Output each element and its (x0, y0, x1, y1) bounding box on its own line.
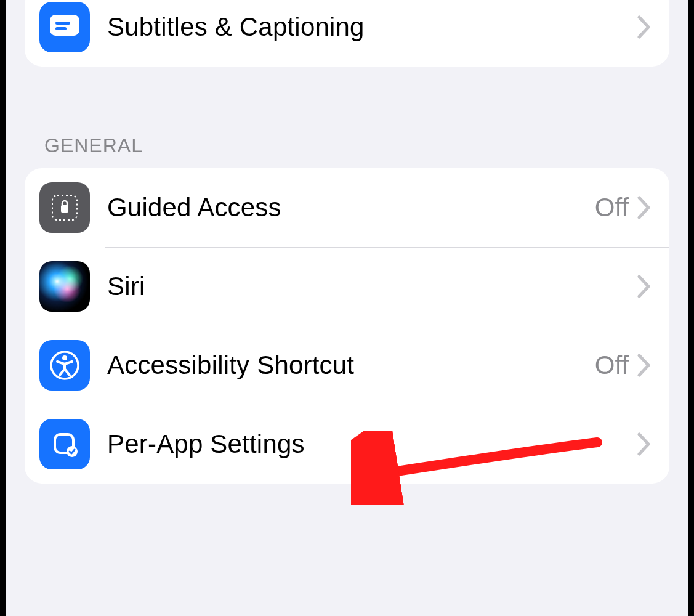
siri-icon (39, 261, 90, 312)
guided-access-icon (39, 182, 90, 233)
row-value: Off (595, 351, 629, 380)
row-subtitles-captioning[interactable]: Subtitles & Captioning (25, 0, 669, 67)
chevron-right-icon (637, 354, 651, 377)
row-label: Guided Access (107, 193, 595, 222)
settings-screen: Subtitles & Captioning GENERAL Guided Ac… (6, 0, 688, 616)
accessibility-icon (39, 340, 90, 391)
svg-rect-0 (50, 15, 79, 36)
row-label: Per-App Settings (107, 429, 637, 459)
row-siri[interactable]: Siri (25, 247, 669, 326)
captions-icon (39, 2, 90, 52)
chevron-right-icon (637, 15, 651, 39)
row-accessibility-shortcut[interactable]: Accessibility Shortcut Off (25, 326, 669, 405)
chevron-right-icon (637, 275, 651, 298)
svg-rect-1 (55, 22, 70, 25)
svg-point-6 (62, 355, 67, 360)
svg-rect-2 (55, 27, 67, 30)
row-value: Off (595, 193, 629, 222)
row-per-app-settings[interactable]: Per-App Settings (25, 405, 669, 484)
settings-group-hearing: Subtitles & Captioning (25, 0, 669, 67)
section-header-general: GENERAL (44, 134, 688, 157)
svg-rect-4 (61, 205, 68, 213)
row-guided-access[interactable]: Guided Access Off (25, 168, 669, 247)
row-label: Subtitles & Captioning (107, 12, 637, 42)
chevron-right-icon (637, 432, 651, 456)
row-label: Siri (107, 272, 637, 301)
chevron-right-icon (637, 196, 651, 219)
row-label: Accessibility Shortcut (107, 351, 595, 380)
settings-group-general: Guided Access Off Siri Accessibility Sho… (25, 168, 669, 484)
per-app-settings-icon (39, 419, 90, 469)
